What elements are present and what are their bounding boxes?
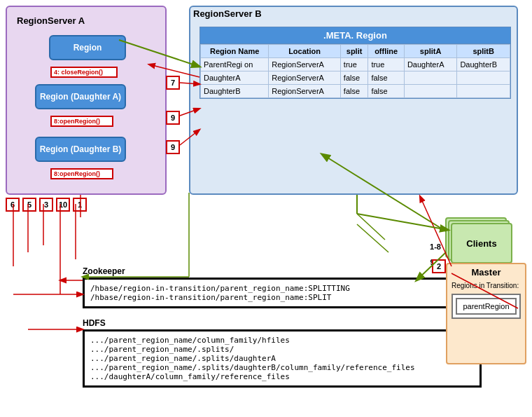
hdfs-line1: .../parent_region_name/column_family/hfi… [90, 336, 474, 345]
hdfs-box: .../parent_region_name/column_family/hfi… [83, 329, 482, 388]
region-server-a-title: RegionServer A [17, 15, 85, 26]
col-splitb: splitB [457, 45, 510, 58]
meta-table-header: .META. Region [200, 27, 510, 44]
close-region-label: 4: closeRegion() [50, 67, 118, 78]
num-box-7: 7 [166, 76, 180, 90]
zk-line2: /hbase/region-in-transition/parent_regio… [90, 293, 474, 302]
num-box-9b: 9 [166, 140, 180, 154]
open-region-b-label: 8:openRegion() [50, 168, 113, 179]
master-regions-label: Regions in Transition: [447, 280, 525, 291]
num-box-9a: 9 [166, 111, 180, 125]
master-box: Master Regions in Transition: parentRegi… [446, 263, 526, 364]
num-3: 3 [39, 198, 53, 212]
svg-line-13 [357, 224, 388, 252]
bottom-nums: 6 5 3 10 1 [6, 198, 87, 212]
clients-box: Clients [442, 217, 512, 266]
zookeeper-label: Zookeeper [83, 266, 482, 276]
open-region-a-label: 8:openRegion() [50, 116, 113, 127]
col-offline: offline [368, 45, 405, 58]
table-row: DaughterA RegionServerA false false [201, 71, 510, 85]
hdfs-line2: .../parent_region_name/.splits/ [90, 345, 474, 354]
col-splita: splitA [404, 45, 457, 58]
table-row: ParentRegi on RegionServerA true true Da… [201, 58, 510, 71]
num-1: 1 [73, 198, 87, 212]
master-inner-box: parentRegion [451, 294, 521, 319]
svg-line-11 [357, 214, 448, 230]
range-1-8: 1-8 [430, 242, 441, 251]
table-row: DaughterB RegionServerA false false [201, 85, 510, 98]
num-6: 6 [6, 198, 20, 212]
col-region-name: Region Name [201, 45, 269, 58]
hdfs-line4: .../parent_region_name/.splits/daughterB… [90, 363, 474, 372]
hdfs-line3: .../parent_region_name/.splits/daughterA [90, 354, 474, 363]
hdfs-line5: .../daughterA/column_family/reference_fi… [90, 372, 474, 381]
col-location: Location [269, 45, 341, 58]
zookeeper-box: /hbase/region-in-transition/parent_regio… [83, 278, 482, 308]
col-split: split [340, 45, 368, 58]
hdfs-label: HDFS [83, 318, 482, 328]
meta-table-container: .META. Region Region Name Location split… [200, 27, 511, 99]
region-server-a: RegionServer A Region 4: closeRegion() R… [6, 6, 167, 195]
region-daughter-b: Region (Daughter B) [35, 137, 126, 162]
diagram: RegionServer A Region 4: closeRegion() R… [0, 0, 532, 417]
zk-line1: /hbase/region-in-transition/parent_regio… [90, 284, 474, 293]
num-box-2: 2 [432, 259, 446, 273]
zookeeper-container: Zookeeper /hbase/region-in-transition/pa… [83, 266, 482, 308]
clients-label: Clients [451, 223, 512, 264]
hdfs-container: HDFS .../parent_region_name/column_famil… [83, 318, 482, 388]
region-server-b-title: RegionServer B [193, 8, 262, 19]
svg-line-12 [357, 214, 385, 240]
master-parent-region: parentRegion [456, 298, 517, 315]
region-main: Region [49, 35, 126, 60]
meta-table: Region Name Location split offline split… [200, 44, 510, 98]
num-5: 5 [22, 198, 36, 212]
region-daughter-a: Region (Daughter A) [35, 84, 126, 109]
master-title: Master [447, 264, 525, 280]
num-10: 10 [56, 198, 70, 212]
